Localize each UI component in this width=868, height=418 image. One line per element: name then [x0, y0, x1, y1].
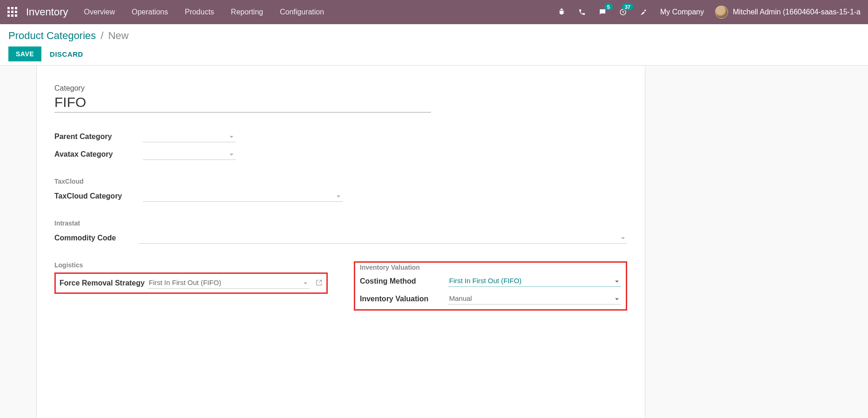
taxcloud-category-label: TaxCloud Category	[54, 192, 143, 200]
nav-configuration[interactable]: Configuration	[280, 8, 324, 16]
category-label: Category	[54, 84, 627, 93]
control-panel: Product Categories / New SAVE DISCARD	[0, 24, 868, 66]
intrastat-group-title: Intrastat	[54, 219, 627, 227]
external-link-icon[interactable]	[315, 279, 323, 288]
commodity-code-label: Commodity Code	[54, 234, 139, 242]
chevron-down-icon	[615, 277, 619, 285]
messages-icon[interactable]: 5	[598, 7, 607, 17]
breadcrumb: Product Categories / New	[8, 30, 860, 42]
inventory-valuation-value: Manual	[449, 294, 472, 302]
chevron-down-icon	[303, 279, 308, 287]
save-button[interactable]: SAVE	[8, 46, 41, 61]
category-name-input[interactable]	[54, 93, 431, 113]
user-name: Mitchell Admin (16604604-saas-15-1-a	[733, 8, 861, 16]
chevron-down-icon	[615, 295, 619, 303]
chevron-down-icon	[336, 192, 341, 200]
nav-operations[interactable]: Operations	[132, 8, 168, 16]
messages-badge: 5	[604, 4, 613, 10]
valuation-highlight: Inventory Valuation Costing Method First…	[354, 261, 627, 311]
nav-overview[interactable]: Overview	[84, 8, 115, 16]
force-removal-field[interactable]: First In First Out (FIFO)	[148, 278, 310, 289]
taxcloud-category-field[interactable]	[143, 191, 343, 202]
logistics-highlight: Force Removal Strategy First In First Ou…	[54, 272, 328, 294]
debug-icon[interactable]	[557, 7, 566, 17]
commodity-code-field[interactable]	[139, 232, 627, 244]
activities-icon[interactable]: 37	[618, 7, 628, 17]
taxcloud-group-title: TaxCloud	[54, 178, 627, 185]
chevron-down-icon	[621, 234, 625, 242]
logistics-group-title: Logistics	[54, 261, 328, 269]
activities-badge: 37	[622, 4, 633, 10]
nav-products[interactable]: Products	[185, 8, 214, 16]
user-menu[interactable]: Mitchell Admin (16604604-saas-15-1-a	[715, 6, 861, 19]
breadcrumb-parent[interactable]: Product Categories	[8, 30, 96, 41]
avatar	[715, 6, 728, 19]
form-sheet: Category Parent Category Avatax Category…	[36, 66, 645, 418]
inventory-valuation-label: Inventory Valuation	[360, 295, 448, 303]
breadcrumb-current: New	[108, 30, 129, 41]
breadcrumb-separator: /	[100, 30, 103, 41]
costing-method-label: Costing Method	[360, 277, 448, 285]
force-removal-label: Force Removal Strategy	[60, 279, 148, 287]
company-switcher[interactable]: My Company	[660, 8, 704, 16]
app-title[interactable]: Inventory	[26, 6, 68, 18]
costing-method-field[interactable]: First In First Out (FIFO)	[448, 276, 621, 287]
parent-category-field[interactable]	[143, 131, 236, 142]
inventory-valuation-field[interactable]: Manual	[448, 293, 621, 305]
chevron-down-icon	[229, 150, 234, 158]
force-removal-value: First In First Out (FIFO)	[149, 279, 221, 286]
inventory-valuation-group-title: Inventory Valuation	[360, 264, 621, 271]
phone-icon[interactable]	[577, 7, 587, 17]
chevron-down-icon	[229, 133, 234, 140]
apps-icon[interactable]	[7, 7, 18, 17]
avatax-category-label: Avatax Category	[54, 150, 143, 159]
tools-icon[interactable]	[639, 7, 648, 17]
discard-button[interactable]: DISCARD	[50, 50, 83, 58]
navbar: Inventory Overview Operations Products R…	[0, 0, 868, 24]
nav-reporting[interactable]: Reporting	[231, 8, 263, 16]
costing-method-value: First In First Out (FIFO)	[449, 277, 522, 285]
parent-category-label: Parent Category	[54, 133, 143, 141]
avatax-category-field[interactable]	[143, 149, 236, 160]
